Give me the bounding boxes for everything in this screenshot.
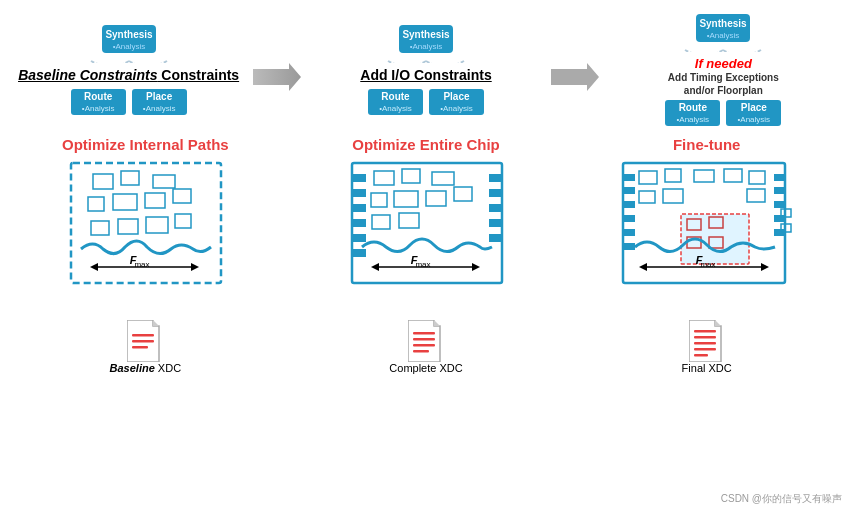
svg-rect-70 xyxy=(623,229,635,236)
place-box-1: Place•Analysis xyxy=(132,89,187,115)
svg-rect-82 xyxy=(749,171,765,184)
svg-marker-29 xyxy=(153,320,159,326)
synth-arc-2: Synthesis •Analysis xyxy=(381,19,471,63)
svg-rect-80 xyxy=(694,170,714,182)
svg-marker-24 xyxy=(90,263,98,271)
svg-rect-74 xyxy=(774,201,786,208)
svg-rect-50 xyxy=(426,191,446,206)
svg-rect-43 xyxy=(489,219,503,227)
svg-marker-93 xyxy=(639,263,647,271)
svg-rect-14 xyxy=(153,175,175,188)
svg-rect-75 xyxy=(774,215,786,222)
svg-rect-78 xyxy=(639,171,657,184)
svg-rect-69 xyxy=(623,215,635,222)
svg-rect-63 xyxy=(413,344,435,347)
svg-marker-3 xyxy=(253,63,301,91)
svg-rect-13 xyxy=(121,171,139,185)
synth-arc-1: Synthesis •Analysis xyxy=(84,19,174,63)
svg-rect-40 xyxy=(489,174,503,182)
svg-rect-44 xyxy=(489,234,503,242)
svg-rect-85 xyxy=(747,189,765,202)
constraint-label-2: Add I/O Constraints xyxy=(360,67,491,83)
svg-rect-100 xyxy=(694,336,716,339)
chip-block-1: Optimize Internal Paths xyxy=(10,136,281,374)
svg-rect-36 xyxy=(352,204,366,212)
watermark: CSDN @你的信号又有噪声 xyxy=(721,492,842,506)
svg-marker-94 xyxy=(761,263,769,271)
svg-marker-55 xyxy=(371,263,379,271)
svg-rect-12 xyxy=(93,174,113,189)
svg-marker-98 xyxy=(715,320,721,326)
top-section: Synthesis •Analysis Baseline Constraints… xyxy=(10,8,842,126)
svg-rect-34 xyxy=(352,174,366,182)
svg-rect-62 xyxy=(413,338,435,341)
svg-rect-53 xyxy=(399,213,419,228)
svg-rect-38 xyxy=(352,234,366,242)
arrow-1 xyxy=(247,61,307,93)
chip-diagram-1: F max xyxy=(63,159,228,314)
svg-rect-99 xyxy=(694,330,716,333)
xdc-doc-2: Complete XDC xyxy=(389,320,462,374)
svg-marker-59 xyxy=(408,320,440,362)
svg-rect-101 xyxy=(694,342,716,345)
xdc-label-1: Baseline XDC xyxy=(110,362,182,374)
route-place-row-3: Route•Analysis Place•Analysis xyxy=(665,100,781,126)
xdc-doc-3: Final XDC xyxy=(682,320,732,374)
svg-rect-79 xyxy=(665,169,681,182)
svg-rect-22 xyxy=(175,214,191,228)
xdc-doc-1: Baseline XDC xyxy=(110,320,182,374)
flow-item-exception: Synthesis •Analysis If needed Add Timing… xyxy=(605,8,842,126)
svg-rect-42 xyxy=(489,204,503,212)
svg-rect-103 xyxy=(694,354,708,357)
flow-item-baseline: Synthesis •Analysis Baseline Constraints… xyxy=(10,19,247,115)
svg-text:Synthesis: Synthesis xyxy=(402,29,450,40)
svg-rect-16 xyxy=(113,194,137,210)
section-title-3: Fine-tune xyxy=(673,136,741,153)
svg-rect-64 xyxy=(413,350,429,353)
section-title-2: Optimize Entire Chip xyxy=(352,136,500,153)
if-needed-sub: Add Timing Exceptionsand/or Floorplan xyxy=(668,71,779,97)
section-title-1: Optimize Internal Paths xyxy=(62,136,229,153)
svg-marker-56 xyxy=(472,263,480,271)
place-box-2: Place•Analysis xyxy=(429,89,484,115)
svg-rect-72 xyxy=(774,174,786,181)
svg-rect-39 xyxy=(352,249,366,257)
svg-rect-52 xyxy=(372,215,390,229)
svg-rect-37 xyxy=(352,219,366,227)
svg-rect-41 xyxy=(489,189,503,197)
svg-text:max: max xyxy=(134,260,149,269)
svg-text:•Analysis: •Analysis xyxy=(112,42,145,51)
svg-rect-73 xyxy=(774,187,786,194)
arrow-2 xyxy=(545,61,605,93)
svg-rect-71 xyxy=(623,243,635,250)
svg-text:•Analysis: •Analysis xyxy=(410,42,443,51)
main-container: Synthesis •Analysis Baseline Constraints… xyxy=(0,0,852,512)
synth-arc-3: Synthesis •Analysis xyxy=(678,8,768,52)
svg-marker-25 xyxy=(191,263,199,271)
svg-rect-81 xyxy=(724,169,742,182)
svg-rect-31 xyxy=(132,340,154,343)
route-box-1: Route•Analysis xyxy=(71,89,126,115)
flow-item-io: Synthesis •Analysis Add I/O Constraints … xyxy=(307,19,544,115)
svg-rect-17 xyxy=(145,193,165,208)
svg-rect-20 xyxy=(118,219,138,234)
svg-marker-60 xyxy=(434,320,440,326)
xdc-label-3: Final XDC xyxy=(682,362,732,374)
svg-rect-83 xyxy=(639,191,655,203)
svg-rect-61 xyxy=(413,332,435,335)
svg-rect-21 xyxy=(146,217,168,233)
if-needed-label: If needed xyxy=(668,56,779,71)
chip-diagram-3: F max xyxy=(619,159,794,314)
svg-rect-66 xyxy=(623,174,635,181)
svg-rect-45 xyxy=(374,171,394,185)
route-place-row-2: Route•Analysis Place•Analysis xyxy=(368,89,484,115)
svg-rect-46 xyxy=(402,169,420,183)
svg-rect-32 xyxy=(132,346,148,349)
chip-block-3: Fine-tune xyxy=(571,136,842,374)
svg-rect-18 xyxy=(173,189,191,203)
svg-rect-30 xyxy=(132,334,154,337)
constraint-label-1: Baseline Constraints Constraints xyxy=(18,67,239,83)
xdc-label-2: Complete XDC xyxy=(389,362,462,374)
chip-block-2: Optimize Entire Chip xyxy=(291,136,562,374)
svg-text:max: max xyxy=(701,260,716,269)
